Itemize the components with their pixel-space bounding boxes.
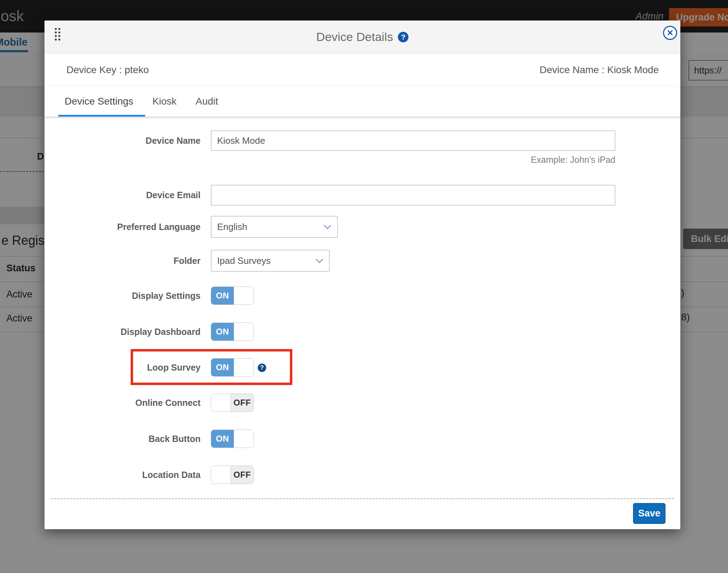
loop-survey-help-icon[interactable]: ?	[258, 364, 266, 372]
field-row-display-settings: Display Settings ON	[44, 286, 680, 305]
field-row-display-dashboard: Display Dashboard ON	[44, 323, 680, 341]
device-email-label: Device Email	[44, 185, 201, 206]
toggle-knob	[234, 430, 253, 448]
field-row-device-name: Device Name	[44, 130, 680, 151]
display-dashboard-label: Display Dashboard	[44, 323, 201, 341]
device-key-row: Device Key : pteko Device Name : Kiosk M…	[44, 54, 680, 86]
field-row-preferred-language: Preferred Language English	[44, 216, 680, 238]
folder-label: Folder	[44, 250, 201, 272]
preferred-language-value: English	[217, 221, 247, 232]
loop-survey-toggle[interactable]: ON	[211, 358, 254, 377]
field-row-loop-survey: Loop Survey ON	[44, 358, 680, 377]
toggle-knob	[211, 466, 231, 484]
display-settings-label: Display Settings	[44, 286, 201, 305]
toggle-knob	[211, 394, 231, 412]
toggle-knob	[234, 359, 253, 376]
modal-title: Device Details	[316, 30, 393, 44]
location-data-toggle[interactable]: OFF	[211, 466, 254, 484]
preferred-language-label: Preferred Language	[44, 216, 201, 238]
display-dashboard-toggle[interactable]: ON	[211, 323, 254, 341]
toggle-state-text: OFF	[231, 394, 253, 412]
device-email-input[interactable]	[211, 185, 615, 206]
screen: osk Admin Upgrade Now Mobile https:// D …	[0, 0, 728, 573]
modal-header: Device Details ?	[44, 20, 680, 54]
close-icon[interactable]: ✕	[663, 26, 677, 40]
back-button-toggle[interactable]: ON	[211, 430, 254, 448]
toggle-state-text: ON	[211, 287, 234, 305]
back-button-label: Back Button	[44, 430, 201, 448]
field-row-online-connect: Online Connect OFF	[44, 394, 680, 412]
device-name-input[interactable]	[211, 130, 615, 151]
field-row-device-email: Device Email	[44, 185, 680, 206]
tab-audit[interactable]: Audit	[196, 96, 218, 107]
field-row-location-data: Location Data OFF	[44, 466, 680, 484]
drag-handle-icon[interactable]	[55, 28, 60, 41]
toggle-knob	[234, 323, 253, 341]
folder-select[interactable]: Ipad Surveys	[211, 250, 330, 272]
online-connect-toggle[interactable]: OFF	[211, 394, 254, 412]
field-row-folder: Folder Ipad Surveys	[44, 250, 680, 272]
loop-survey-label: Loop Survey	[44, 358, 201, 377]
device-name-label: Device Name	[44, 130, 201, 151]
toggle-knob	[234, 287, 253, 305]
online-connect-label: Online Connect	[44, 394, 201, 412]
tabs-shadow	[44, 117, 680, 119]
toggle-state-text: ON	[211, 359, 234, 376]
device-name-helper: Example: John's iPad	[211, 155, 615, 165]
preferred-language-select[interactable]: English	[211, 216, 338, 238]
tab-kiosk[interactable]: Kiosk	[153, 96, 177, 107]
toggle-state-text: ON	[211, 323, 234, 341]
save-button[interactable]: Save	[633, 503, 666, 524]
device-details-modal: Device Details ? ✕ Device Key : pteko De…	[44, 20, 680, 529]
device-key-text: Device Key : pteko	[66, 54, 149, 86]
folder-value: Ipad Surveys	[217, 255, 271, 266]
toggle-state-text: OFF	[231, 466, 253, 484]
field-row-back-button: Back Button ON	[44, 430, 680, 448]
toggle-state-text: ON	[211, 430, 234, 448]
chevron-down-icon	[324, 222, 331, 229]
modal-tabs: Device Settings Kiosk Audit	[44, 86, 680, 117]
chevron-down-icon	[316, 256, 323, 263]
footer-dashed-divider	[51, 498, 674, 499]
tab-device-settings[interactable]: Device Settings	[65, 96, 133, 107]
location-data-label: Location Data	[44, 466, 201, 484]
title-help-icon[interactable]: ?	[398, 32, 408, 42]
display-settings-toggle[interactable]: ON	[211, 286, 254, 305]
device-name-text: Device Name : Kiosk Mode	[539, 54, 659, 86]
